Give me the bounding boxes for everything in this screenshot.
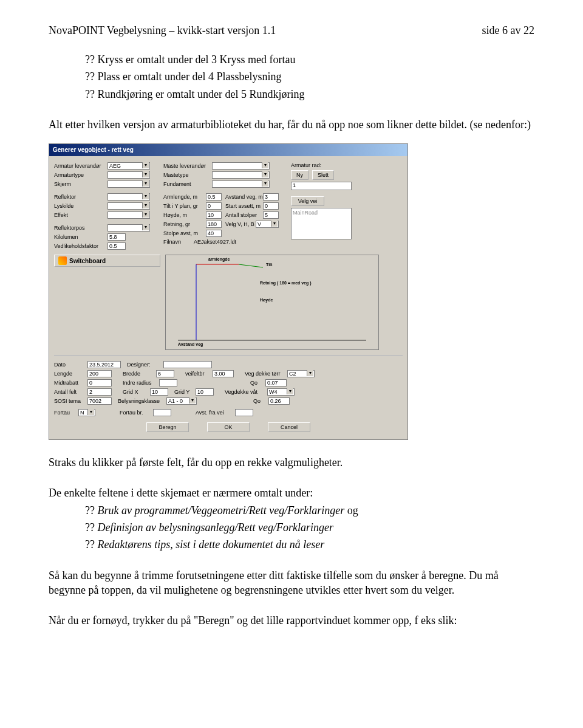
- fld-lengde[interactable]: 200: [87, 370, 112, 377]
- prev-hoyde: Høyde: [260, 298, 273, 302]
- bullet-1-prefix: ??: [85, 504, 97, 517]
- fld-vegdekke-vat[interactable]: W4: [267, 388, 295, 396]
- lbl-bredde: Bredde: [123, 371, 156, 377]
- fld-mastetype[interactable]: [212, 171, 270, 179]
- fld-antall-felt[interactable]: 2: [87, 388, 112, 396]
- lbl-fortau: Fortau: [54, 410, 78, 416]
- fld-qo-1[interactable]: 0.07: [265, 379, 287, 386]
- list-roads[interactable]: MainRoad: [291, 208, 352, 239]
- fld-kilolumen[interactable]: 5.8: [107, 233, 126, 241]
- btn-slett[interactable]: Slett: [312, 170, 334, 180]
- page-number: side 6 av 22: [482, 24, 534, 37]
- lbl-fundament: Fundament: [163, 181, 212, 187]
- fld-armaturtype[interactable]: [107, 171, 150, 179]
- lbl-armatur-rad: Armatur rad:: [291, 162, 321, 168]
- lbl-antall-stolper: Antall stolper: [225, 212, 263, 218]
- lbl-mast-lev: Maste leverandør: [163, 163, 212, 169]
- lbl-dato: Dato: [54, 362, 87, 368]
- fld-stolpe-avst[interactable]: 40: [206, 230, 222, 237]
- lbl-retning: Retning, gr: [163, 221, 206, 227]
- prev-avstand: Avstand veg: [178, 342, 203, 346]
- lbl-veifeltbr: veifeltbr: [185, 371, 213, 377]
- fld-rad-val[interactable]: 1: [291, 182, 352, 190]
- fld-effekt[interactable]: [107, 211, 150, 219]
- lbl-fortau-br: Fortau br.: [120, 410, 153, 416]
- fld-avstand-veg[interactable]: 3: [263, 193, 279, 201]
- lbl-antall-felt: Antall felt: [54, 389, 87, 395]
- val-filnavn: AEJakset4927.ldt: [194, 239, 236, 245]
- intro-line-1: ?? Kryss er omtalt under del 3 Kryss med…: [85, 52, 534, 67]
- lbl-velg-vhb: Velg V, H, B: [225, 221, 256, 227]
- fld-velg-vhb[interactable]: V: [256, 221, 279, 228]
- fld-avst-fra-vei[interactable]: [235, 409, 253, 416]
- lbl-midtrabatt: Midtrabatt: [54, 380, 87, 386]
- preview-diagram: armlengde Tilt Retning ( 180 = med veg )…: [165, 255, 379, 350]
- fld-bredde[interactable]: 6: [156, 370, 174, 377]
- fld-veifeltbr[interactable]: 3.00: [213, 370, 234, 377]
- fld-gridy[interactable]: 10: [196, 388, 214, 396]
- prev-tilt: Tilt: [266, 263, 272, 267]
- fld-sosi[interactable]: 7002: [87, 397, 112, 405]
- lbl-avstand-veg: Avstand veg, m: [225, 194, 263, 200]
- fld-skjerm[interactable]: [107, 180, 150, 188]
- para-after-4: Når du er fornøyd, trykker du på "Beregn…: [49, 613, 534, 628]
- lbl-qo-1: Qo: [250, 380, 265, 386]
- lbl-skjerm: Skjerm: [54, 181, 107, 187]
- fld-tilt[interactable]: 0: [206, 202, 222, 210]
- switchboard-label: Switchboard: [69, 258, 106, 264]
- dialog-titlebar: Generer vegobject - rett veg: [49, 144, 407, 156]
- fld-fundament[interactable]: [212, 180, 270, 188]
- fld-midtrabatt[interactable]: 0: [87, 379, 112, 386]
- fld-gridx[interactable]: 10: [150, 388, 168, 396]
- fld-fortau[interactable]: N: [78, 409, 95, 416]
- fld-designer[interactable]: [163, 361, 212, 368]
- para-after-2: De enkelte feltene i dette skjemaet er n…: [49, 486, 534, 500]
- fld-start-avsett[interactable]: 0: [263, 202, 279, 210]
- fld-retning[interactable]: 180: [206, 221, 222, 228]
- btn-switchboard[interactable]: Switchboard: [54, 255, 160, 267]
- lbl-vedlikehold: Vedlikeholdsfaktor: [54, 243, 107, 249]
- btn-ny[interactable]: Ny: [291, 170, 309, 180]
- fld-belysningsklasse[interactable]: A1 - 0: [166, 397, 197, 405]
- lbl-reflektorpos: Reflektorpos: [54, 225, 107, 231]
- lbl-lengde: Lengde: [54, 371, 87, 377]
- fld-indre-radius[interactable]: [159, 379, 177, 386]
- fld-dato[interactable]: 23.5.2012: [87, 361, 121, 368]
- lbl-designer: Designer:: [127, 362, 163, 368]
- para-1: Alt etter hvilken versjon av armaturbibl…: [49, 117, 534, 132]
- dialog-generer-vegobject: Generer vegobject - rett veg Armatur lev…: [49, 143, 408, 440]
- prev-armlengde: armlengde: [208, 257, 230, 261]
- fld-vedlikehold[interactable]: 0.5: [107, 242, 126, 250]
- btn-cancel[interactable]: Cancel: [268, 422, 310, 432]
- fld-reflektor[interactable]: [107, 193, 150, 201]
- svg-line-1: [239, 264, 263, 267]
- btn-ok[interactable]: OK: [207, 422, 250, 432]
- lbl-filnavn: Filnavn: [163, 239, 194, 245]
- bullet-2-text: Definisjon av belysningsanlegg/Rett veg/…: [97, 521, 333, 534]
- para-after-3: Så kan du begynne å trimme forutsetninge…: [49, 568, 534, 598]
- fld-veg-dekke-torr[interactable]: C2: [287, 370, 315, 377]
- lbl-kilolumen: Kilolumen: [54, 234, 107, 240]
- intro-line-2: ?? Plass er omtalt under del 4 Plassbely…: [85, 69, 534, 84]
- fld-armlengde[interactable]: 0.5: [206, 193, 222, 201]
- fld-armatur-leverandor[interactable]: AEG: [107, 162, 150, 170]
- bullet-2-prefix: ??: [85, 521, 97, 534]
- fld-lyskilde[interactable]: [107, 202, 150, 210]
- fld-hoyde[interactable]: 10: [206, 211, 222, 219]
- fld-reflektorpos[interactable]: [107, 224, 150, 232]
- fld-qo-2[interactable]: 0.26: [268, 397, 290, 405]
- lbl-indre-radius: Indre radius: [123, 380, 159, 386]
- btn-velg-vei[interactable]: Velg vei: [291, 196, 324, 206]
- lbl-lyskilde: Lyskilde: [54, 203, 107, 209]
- fld-fortau-br[interactable]: [153, 409, 171, 416]
- bullet-3-text: Redaktørens tips, sist i dette dokumente…: [97, 538, 324, 551]
- para-after-1: Straks du klikker på første felt, får du…: [49, 455, 534, 470]
- fld-mast-lev[interactable]: [212, 162, 270, 170]
- lbl-belysningsklasse: Belysningsklasse: [118, 398, 166, 404]
- btn-beregn[interactable]: Beregn: [146, 422, 189, 432]
- fld-antall-stolper[interactable]: 5: [263, 211, 279, 219]
- lbl-armlengde: Armlengde, m: [163, 194, 206, 200]
- lbl-mastetype: Mastetype: [163, 172, 212, 178]
- prev-retning: Retning ( 180 = med veg ): [260, 281, 312, 285]
- bullet-3-prefix: ??: [85, 538, 97, 551]
